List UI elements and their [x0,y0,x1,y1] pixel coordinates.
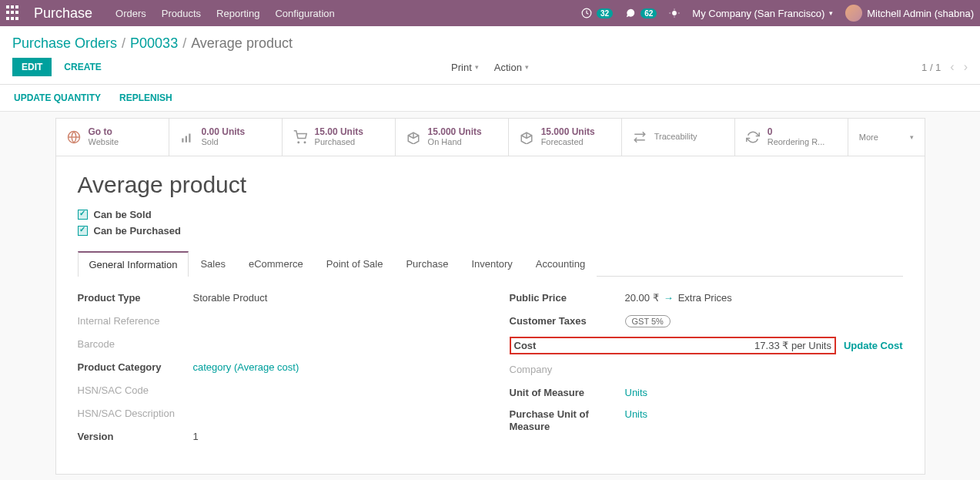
action-dropdown[interactable]: Action [494,62,529,73]
svg-point-6 [298,142,299,143]
cart-icon [293,130,307,144]
secondary-actions: UPDATE QUANTITY REPLENISH [0,85,980,112]
pager-text: 1 / 1 [921,62,941,73]
activity-badge: 32 [597,8,613,18]
svg-point-1 [672,11,677,15]
stat-purchased[interactable]: 15.00 UnitsPurchased [283,119,396,156]
top-navbar: Purchase Orders Products Reporting Confi… [0,0,980,26]
messages-button[interactable]: 62 [625,8,657,18]
arrow-right-icon: → [664,292,674,304]
label-customer-taxes: Customer Taxes [510,315,625,327]
company-name: My Company (San Francisco) [692,8,824,19]
boxes-icon [406,130,420,144]
form-sheet: Go toWebsite 0.00 UnitsSold 15.00 UnitsP… [55,118,925,475]
extra-prices-link[interactable]: Extra Prices [678,292,732,304]
control-panel: Purchase Orders / P00033 / Average produ… [0,26,980,85]
breadcrumb-parent[interactable]: P00033 [130,35,178,52]
label-barcode: Barcode [78,338,193,350]
nav-orders[interactable]: Orders [115,8,146,19]
debug-button[interactable] [669,8,680,18]
clock-icon [581,8,592,18]
exchange-icon [633,130,647,144]
svg-rect-3 [182,138,183,142]
nav-configuration[interactable]: Configuration [275,8,334,19]
value-public-price: 20.00→Extra Prices [625,292,732,304]
label-category: Product Category [78,361,193,373]
pager-next[interactable]: › [964,60,968,74]
checkbox-icon [78,226,88,236]
label-public-price: Public Price [510,292,625,304]
label-version: Version [78,431,193,442]
form-right-column: Public Price 20.00→Extra Prices Customer… [510,290,903,452]
company-switcher[interactable]: My Company (San Francisco) ▾ [692,8,833,19]
stat-onhand[interactable]: 15.000 UnitsOn Hand [396,119,509,156]
update-cost-link[interactable]: Update Cost [844,340,903,351]
label-uom: Unit of Measure [510,387,625,398]
svg-point-7 [304,142,306,143]
svg-rect-4 [185,136,186,142]
label-product-type: Product Type [78,292,193,304]
pager-prev[interactable]: ‹ [950,60,954,74]
chat-icon [625,8,636,18]
value-cost: 17.33 per Units [754,340,831,351]
stat-reordering[interactable]: 0Reordering R... [735,119,848,156]
stat-forecasted[interactable]: 15.000 UnitsForecasted [509,119,622,156]
product-title: Average product [78,172,903,198]
nav-menu: Orders Products Reporting Configuration [115,8,335,19]
label-company: Company [510,364,625,375]
messages-badge: 62 [641,8,657,18]
app-name[interactable]: Purchase [34,5,92,22]
can-be-purchased-check[interactable]: Can be Purchased [78,225,903,237]
refresh-icon [746,130,760,144]
tab-sales[interactable]: Sales [189,251,237,277]
tab-ecommerce[interactable]: eCommerce [237,251,315,277]
checkbox-icon [78,210,88,220]
label-hsn: HSN/SAC Code [78,384,193,396]
nav-products[interactable]: Products [162,8,201,19]
apps-icon[interactable] [6,5,22,21]
value-version: 1 [193,431,199,442]
nav-reporting[interactable]: Reporting [216,8,259,19]
breadcrumb-current: Average product [191,35,293,52]
value-product-type: Storable Product [193,292,268,304]
boxes-icon [520,130,533,144]
label-hsn-desc: HSN/SAC Description [78,408,193,419]
cost-highlight: Cost 17.33 per Units [510,337,836,354]
user-name: Mitchell Admin (shabna) [867,8,974,19]
tabs: General Information Sales eCommerce Poin… [78,250,903,277]
user-menu[interactable]: Mitchell Admin (shabna) [845,5,974,22]
globe-icon [67,130,81,144]
value-category[interactable]: category (Average cost) [193,361,299,373]
stat-more[interactable]: More [848,119,925,156]
tab-accounting[interactable]: Accounting [524,251,597,277]
activity-button[interactable]: 32 [581,8,613,18]
stat-sold[interactable]: 0.00 UnitsSold [169,119,283,156]
label-cost: Cost [514,340,625,351]
edit-button[interactable]: EDIT [12,58,52,76]
svg-rect-5 [189,133,190,142]
update-quantity-link[interactable]: UPDATE QUANTITY [14,92,101,103]
replenish-link[interactable]: REPLENISH [119,92,172,103]
create-button[interactable]: CREATE [64,62,101,72]
tab-general-information[interactable]: General Information [78,251,189,277]
value-purchase-uom[interactable]: Units [625,408,648,420]
form-left-column: Product Type Storable Product Internal R… [78,290,471,452]
tab-pos[interactable]: Point of Sale [315,251,395,277]
tab-purchase[interactable]: Purchase [394,251,460,277]
label-internal-ref: Internal Reference [78,315,193,327]
can-be-sold-check[interactable]: Can be Sold [78,209,903,220]
value-uom[interactable]: Units [625,387,648,398]
stat-traceability[interactable]: Traceability [622,119,735,156]
breadcrumb-root[interactable]: Purchase Orders [12,35,117,52]
stat-bar: Go toWebsite 0.00 UnitsSold 15.00 UnitsP… [56,119,925,156]
tax-tag[interactable]: GST 5% [625,315,671,327]
stat-website[interactable]: Go toWebsite [56,119,169,156]
pager: 1 / 1 ‹ › [921,60,968,74]
bug-icon [669,8,680,18]
tab-inventory[interactable]: Inventory [460,251,523,277]
bars-icon [180,130,194,144]
breadcrumb: Purchase Orders / P00033 / Average produ… [0,26,980,58]
print-dropdown[interactable]: Print [451,62,479,73]
label-purchase-uom: Purchase Unit of Measure [510,408,625,435]
avatar [845,5,862,22]
